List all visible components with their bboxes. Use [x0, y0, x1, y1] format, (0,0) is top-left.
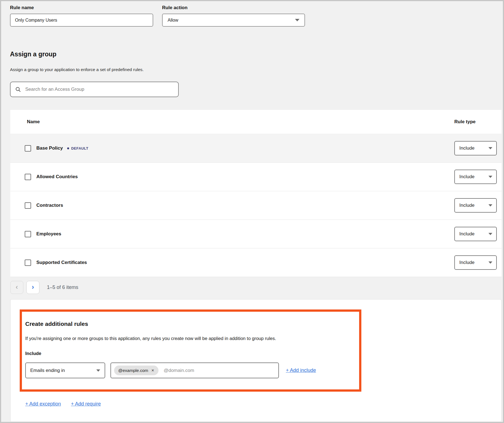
group-name: Base Policy [36, 145, 63, 151]
assign-group-description: Assign a group to your application to en… [10, 67, 144, 72]
access-rule-page: Rule name Rule action Allow Assign a gro… [0, 0, 504, 423]
add-include-link[interactable]: + Add include [286, 367, 316, 373]
chevron-down-icon [488, 204, 492, 207]
additional-rules-description: If you're assigning one or more groups t… [25, 336, 354, 341]
footer-links: + Add exception + Add require [25, 401, 101, 407]
chevron-down-icon [488, 261, 492, 264]
rule-type-select[interactable]: Include [454, 227, 497, 241]
groups-table: Name Rule type Base Policy DEFAULT Inclu… [10, 110, 502, 277]
rule-action-select[interactable]: Allow [162, 14, 305, 27]
close-icon[interactable]: ✕ [151, 369, 154, 372]
group-name: Allowed Countries [36, 174, 78, 180]
group-name: Contractors [36, 203, 63, 208]
rule-action-label: Rule action [162, 5, 305, 11]
add-exception-link[interactable]: + Add exception [25, 401, 61, 407]
rule-type-value: Include [459, 174, 475, 180]
search-icon [15, 86, 21, 92]
group-name: Supported Certificates [36, 260, 87, 265]
email-domain-tag-input[interactable]: @example.com ✕ [110, 362, 279, 378]
additional-rules-panel: Create additional rules If you're assign… [10, 299, 502, 422]
chevron-left-icon: ‹ [16, 284, 18, 290]
chevron-down-icon [488, 147, 492, 149]
table-row: Base Policy DEFAULT Include [10, 134, 502, 162]
default-badge: DEFAULT [67, 146, 88, 150]
column-header-name: Name [10, 119, 40, 125]
row-checkbox[interactable] [25, 202, 31, 209]
search-input[interactable] [25, 86, 174, 92]
rule-name-field-group: Rule name [10, 5, 153, 27]
add-require-link[interactable]: + Add require [71, 401, 101, 407]
row-checkbox[interactable] [25, 231, 31, 237]
chevron-right-icon: › [32, 284, 34, 290]
next-page-button[interactable]: › [26, 281, 39, 294]
pagination: ‹ › 1–5 of 6 items [10, 281, 78, 294]
previous-page-button[interactable]: ‹ [10, 281, 23, 294]
rule-type-value: Include [459, 260, 475, 265]
rule-name-input[interactable] [10, 14, 153, 27]
include-label: Include [25, 351, 354, 356]
rule-type-select[interactable]: Include [454, 141, 497, 155]
chevron-down-icon [295, 19, 299, 21]
access-group-search[interactable] [10, 82, 179, 97]
assign-group-title: Assign a group [10, 51, 56, 58]
table-row: Allowed Countries Include [10, 162, 502, 191]
rule-name-label: Rule name [10, 5, 153, 11]
row-checkbox[interactable] [25, 145, 31, 152]
default-badge-label: DEFAULT [71, 146, 88, 150]
additional-rules-title: Create additional rules [25, 321, 354, 327]
pagination-label: 1–5 of 6 items [47, 284, 78, 290]
rule-type-select[interactable]: Include [454, 255, 497, 270]
group-name: Employees [36, 231, 61, 237]
email-domain-chip: @example.com ✕ [114, 366, 158, 375]
condition-value: Emails ending in [30, 368, 65, 373]
rule-type-select[interactable]: Include [454, 170, 497, 184]
include-rule-controls: Emails ending in @example.com ✕ + Add in… [25, 362, 354, 378]
row-checkbox[interactable] [25, 260, 31, 266]
row-checkbox[interactable] [25, 174, 31, 180]
condition-select[interactable]: Emails ending in [25, 362, 105, 378]
chevron-down-icon [488, 233, 492, 235]
table-row: Employees Include [10, 220, 502, 248]
rule-type-value: Include [459, 231, 475, 237]
bullet-icon [67, 147, 69, 149]
column-header-rule-type: Rule type [454, 119, 502, 125]
table-header: Name Rule type [10, 110, 502, 134]
rule-action-field-group: Rule action Allow [162, 5, 305, 27]
table-row: Contractors Include [10, 191, 502, 220]
rule-type-value: Include [459, 203, 475, 208]
chevron-down-icon [488, 176, 492, 178]
chip-label: @example.com [118, 368, 148, 373]
chevron-down-icon [96, 369, 100, 372]
email-domain-input[interactable] [163, 367, 275, 374]
rule-type-select[interactable]: Include [454, 198, 497, 213]
create-additional-rules-highlight: Create additional rules If you're assign… [20, 309, 361, 392]
table-row: Supported Certificates Include [10, 248, 502, 277]
rule-type-value: Include [459, 145, 475, 151]
rule-action-value: Allow [168, 18, 178, 23]
